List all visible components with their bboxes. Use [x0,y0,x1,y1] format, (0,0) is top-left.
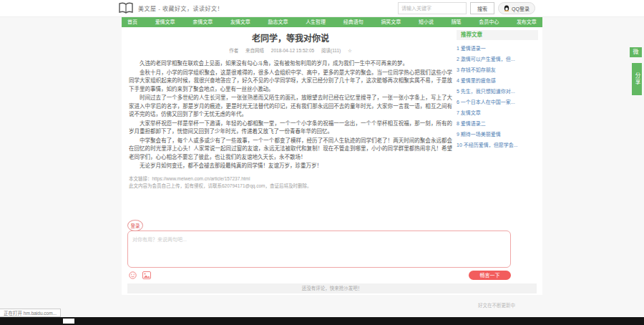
sidebar-article-link[interactable]: 2 激情可以产生爱情，但... [457,54,538,64]
article-title: 老同学，等我对你说 [129,31,452,44]
header-search-area: 搜索 QQ登录 [398,2,535,14]
insert-image-icon[interactable] [142,271,151,279]
sidebar-article-list: 1 爱情语录一2 激情可以产生爱情，但...3 存钱不如存朋友4 爱情里的疲惫感… [457,43,538,150]
article-paragraph: 时间过去了一个多世纪的人生长河里，一张张熟悉而又陌生的面孔，放眼望去时已经在记忆… [129,94,452,119]
sidebar-article-link[interactable]: 8 爱情语录二 [457,118,538,129]
search-button[interactable]: 搜索 [470,2,494,14]
qq-login-label: QQ登录 [512,5,530,12]
comment-toolbar [129,271,151,279]
article-disclaimer: 此文内容为会员自己上传，如有侵权，请联系620794171@qq.com，查证后… [129,183,452,190]
nav-item-2[interactable]: 爱情文章 [150,17,181,27]
article-paragraph: 大家举杯祝愿一样是举杯一下邀请，年轻的心都相聚一堂，一个一个小字条的祝福一一念出… [129,120,452,136]
main-nav: 首页爱情文章亲情文章友情文章励志文章人生哲理经典语句搞笑文章短小说随笔会员中心发… [122,17,542,27]
taskbar-item[interactable] [63,319,74,324]
sidebar-article-link[interactable]: 7 友情文章 [457,107,538,118]
no-comments-banner: 还没有评论，快来抢沙发吧！ [127,283,537,294]
meta-author-label: 作者 [229,48,238,53]
sidebar-article-link[interactable]: 6 一个日本人在中国一家... [457,97,538,107]
browser-status-tooltip: 正在打开 hm.baidu.com... [0,309,61,317]
nav-item-6[interactable]: 人生哲理 [300,17,331,27]
nav-item-1[interactable]: 首页 [122,17,143,27]
nav-item-8[interactable]: 搞笑文章 [375,17,406,27]
sidebar-article-link[interactable]: 5 先生，我只想知道你对... [457,86,538,97]
sidebar-article-link[interactable]: 9 期待一场美丽爱情 [457,129,538,140]
meta-read-count: 阅读(111) [321,48,341,53]
article-body: 久违的老同学相聚在联欢会上见面，如果没有勾心斗角，没有被匆匆利用的岁月，成为我们… [129,59,452,170]
nav-item-9[interactable]: 短小说 [413,17,439,27]
nav-item-3[interactable]: 亲情文章 [187,17,218,27]
sidebar-article-link[interactable]: 1 爱情语录一 [457,43,538,54]
sidebar-article-link[interactable]: 10 不经历爱情，但愿学会... [457,140,538,150]
nav-item-7[interactable]: 经典语句 [338,17,369,27]
sidebar-article-link[interactable]: 3 存钱不如存朋友 [457,64,538,75]
logo-tagline: 美文屋 - 收藏好文，读读好文！ [138,4,223,12]
article: 老同学，等我对你说 作者 来自网络 2018-04-12 15:52:05 阅读… [129,31,452,190]
content-card: 老同学，等我对你说 作者 来自网络 2018-04-12 15:52:05 阅读… [122,27,542,295]
article-meta: 作者 来自网络 2018-04-12 15:52:05 阅读(111) ☆ [129,47,452,54]
article-paragraph: 久违的老同学相聚在联欢会上见面，如果没有勾心斗角，没有被匆匆利用的岁月，成为我们… [129,59,452,68]
site-header: 美文屋 - 收藏好文，读读好文！ 搜索 QQ登录 [0,0,644,17]
share-vertical-button[interactable]: 分享 [632,63,642,95]
footer-slogan: 好文在不断更新中 [478,301,515,309]
site-logo[interactable]: 美文屋 - 收藏好文，读读好文！ [118,2,223,14]
nav-item-11[interactable]: 会员中心 [473,17,504,27]
nav-item-4[interactable]: 友情文章 [225,17,256,27]
sidebar-article-link[interactable]: 4 爱情里的疲惫感 [457,75,538,86]
nav-item-5[interactable]: 励志文章 [263,17,294,27]
qq-penguin-icon [504,5,509,11]
qq-login-button[interactable]: QQ登录 [498,2,535,14]
comment-submit-button[interactable]: 畅言一下 [469,271,511,280]
emoticon-icon[interactable] [129,271,137,279]
book-logo-icon [118,2,134,14]
article-paragraph: 无论岁月如何变迁，都不会褪去那段最纯真的同学情！友谊万岁，珍重万岁！ [129,162,452,170]
nav-item-12[interactable]: 发布文章 [511,17,542,27]
meta-source: 来自网络 [245,48,264,53]
search-input[interactable] [398,2,467,14]
comment-login-button[interactable]: 登录 [127,220,143,231]
sidebar-title: 推荐文章 [457,30,538,40]
article-paragraph: 金秋十月，小学的同学组织聚会，这是很难得的，很多人会组织中学、高中，更多的是大学… [129,69,452,94]
article-permalink[interactable]: 本文链接：https://www.meiwen.com.cn/article/1… [129,175,452,183]
comment-textarea[interactable] [127,231,511,268]
article-paragraph: 中学聚会有了，每个人或多或少有了一些故事，一个一个都变了模样，经历了不同人生轨迹… [129,137,452,162]
share-wechat-icon[interactable]: 微 [630,47,642,57]
nav-item-10[interactable]: 随笔 [446,17,467,27]
meta-date: 2018-04-12 15:52:05 [271,48,314,53]
favorite-star-icon[interactable]: ☆ [348,48,352,53]
recommend-sidebar: 推荐文章 1 爱情语录一2 激情可以产生爱情，但...3 存钱不如存朋友4 爱情… [457,30,538,150]
taskbar[interactable] [0,317,644,325]
